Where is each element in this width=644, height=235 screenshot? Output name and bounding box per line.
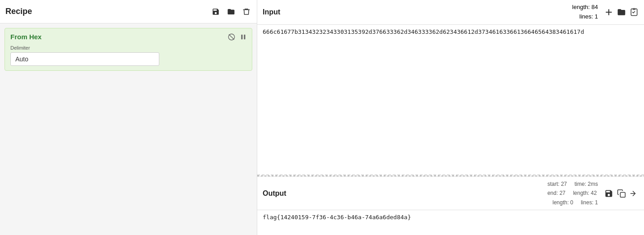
output-start-label: start: — [547, 181, 560, 187]
left-panel: Recipe From Hex — [0, 0, 257, 235]
output-length-value: 42 — [591, 190, 597, 196]
output-lengthleft-label: length: — [552, 199, 569, 206]
delimiter-field-group: Delimiter — [10, 45, 246, 66]
delimiter-input[interactable] — [10, 52, 159, 66]
input-lines-label: lines: — [579, 13, 593, 20]
input-add-button[interactable] — [604, 8, 613, 17]
input-header: Input length: 84 lines: 1 — [257, 0, 644, 25]
open-button[interactable] — [226, 7, 236, 17]
copy-icon — [617, 189, 626, 198]
recipe-title: Recipe — [5, 7, 32, 16]
operation-title: From Hex — [10, 33, 246, 41]
input-length-value: 84 — [592, 4, 598, 10]
svg-line-1 — [229, 34, 234, 40]
delete-button[interactable] — [241, 7, 251, 17]
svg-rect-4 — [633, 8, 635, 9]
delimiter-label: Delimiter — [10, 45, 246, 51]
output-start-value: 27 — [561, 181, 567, 187]
disable-button[interactable] — [227, 33, 236, 41]
output-content: flag{14240159-7f36-4c36-b46a-74a6a6ded84… — [257, 210, 644, 235]
output-title: Output — [263, 189, 286, 198]
trash-icon — [242, 8, 250, 16]
plus-icon — [604, 8, 613, 17]
output-time-label: time: — [575, 181, 586, 187]
input-open-button[interactable] — [617, 8, 626, 17]
output-save-button[interactable] — [604, 189, 613, 198]
output-copy-button[interactable] — [617, 189, 626, 198]
output-stats: start: 27 time: 2ms end: 27 length: 42 — [547, 180, 598, 207]
output-end-value: 27 — [560, 190, 565, 196]
output-section: Output start: 27 time: 2ms end: 27 — [257, 176, 644, 235]
svg-rect-3 — [244, 35, 246, 40]
pause-button[interactable] — [239, 33, 247, 41]
input-section: Input length: 84 lines: 1 — [257, 0, 644, 175]
save-icon — [212, 8, 220, 16]
output-lines-value: 1 — [595, 199, 598, 206]
output-forward-button[interactable] — [630, 189, 639, 198]
pause-icon — [239, 33, 247, 41]
disable-icon — [227, 33, 236, 41]
recipe-toolbar — [211, 7, 251, 17]
recipe-content: From Hex Delimiter — [0, 23, 257, 235]
operation-controls — [227, 33, 247, 41]
folder-icon — [227, 8, 235, 16]
output-length-label: length: — [573, 190, 589, 196]
svg-rect-5 — [621, 192, 625, 197]
open-file-icon — [617, 8, 626, 17]
output-header: Output start: 27 time: 2ms end: 27 — [257, 177, 644, 210]
operation-card: From Hex Delimiter — [5, 28, 252, 71]
recipe-header: Recipe — [0, 0, 257, 23]
input-toolbar — [604, 8, 639, 17]
input-paste-button[interactable] — [630, 8, 639, 17]
save-button[interactable] — [211, 7, 221, 17]
output-lines-label: lines: — [581, 199, 593, 206]
output-end-label: end: — [547, 190, 558, 196]
right-panel: Input length: 84 lines: 1 — [257, 0, 644, 235]
input-content[interactable]: 666c61677b31343232343303135392d376633362… — [257, 25, 644, 175]
output-toolbar — [604, 189, 639, 198]
input-stats: length: 84 lines: 1 — [572, 3, 598, 22]
output-lengthleft-value: 0 — [570, 199, 574, 206]
input-title: Input — [263, 8, 280, 16]
svg-rect-2 — [241, 35, 243, 40]
input-length-label: length: — [572, 4, 590, 10]
output-time-value: 2ms — [588, 181, 598, 187]
input-lines-value: 1 — [595, 13, 598, 20]
forward-icon — [630, 189, 639, 198]
save-output-icon — [604, 189, 613, 198]
clipboard-icon — [630, 8, 639, 17]
